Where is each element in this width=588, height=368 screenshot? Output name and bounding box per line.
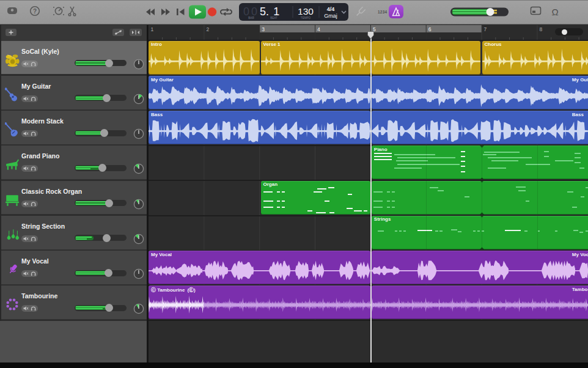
svg-text:6: 6 <box>428 26 432 32</box>
svg-text:3: 3 <box>262 26 265 32</box>
svg-text:8: 8 <box>539 26 542 32</box>
svg-text:2: 2 <box>206 26 209 32</box>
svg-text:1234: 1234 <box>378 10 388 14</box>
svg-text:7: 7 <box>484 26 487 32</box>
svg-text:1: 1 <box>151 26 154 32</box>
svg-text:BEAT: BEAT <box>270 17 277 20</box>
svg-text:?: ? <box>33 8 37 15</box>
svg-text:5. 1: 5. 1 <box>260 6 279 18</box>
svg-text:TEMPO: TEMPO <box>301 17 311 20</box>
svg-text:Gmaj: Gmaj <box>324 13 337 19</box>
svg-text:4: 4 <box>317 26 320 32</box>
svg-text:4/4: 4/4 <box>327 6 335 12</box>
svg-text:Ω: Ω <box>551 7 558 17</box>
svg-text:130: 130 <box>298 6 314 17</box>
svg-text:00: 00 <box>243 6 259 18</box>
svg-text:BAR: BAR <box>248 17 254 20</box>
